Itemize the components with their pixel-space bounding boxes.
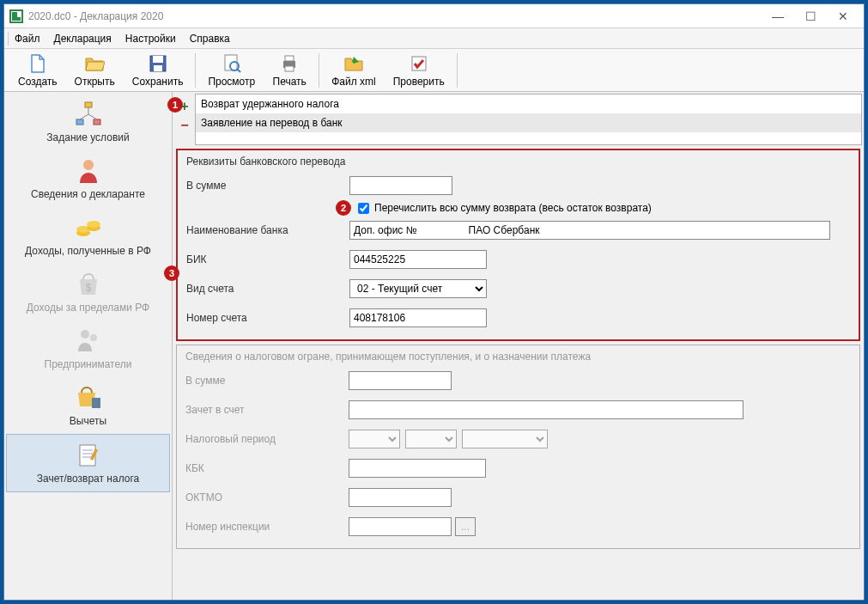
- svg-rect-8: [285, 56, 294, 61]
- sidebar-label: Вычеты: [70, 415, 106, 427]
- svg-point-23: [81, 330, 89, 339]
- full-refund-checkbox[interactable]: [358, 203, 369, 214]
- toolbar-new[interactable]: Создать: [9, 52, 66, 89]
- menu-file[interactable]: Файл: [8, 30, 47, 47]
- sum-label: В сумме: [186, 180, 349, 192]
- sidebar-item-entrepreneurs: Предприниматели: [6, 320, 170, 377]
- title-bar: 2020.dc0 - Декларация 2020 — ☐ ✕: [4, 4, 864, 28]
- toolbar-preview-label: Просмотр: [208, 76, 255, 88]
- remove-button[interactable]: −: [177, 118, 192, 133]
- sum-input[interactable]: [349, 176, 452, 195]
- kbk-input: [349, 459, 486, 478]
- toolbar-print-label: Печать: [273, 76, 307, 88]
- toolbar-check-label: Проверить: [393, 76, 445, 88]
- file-new-icon: [27, 53, 48, 74]
- svg-point-17: [83, 160, 94, 170]
- svg-line-6: [237, 69, 240, 72]
- toolbar-open-label: Открыть: [75, 76, 115, 88]
- svg-rect-25: [92, 398, 100, 408]
- toolbar-preview[interactable]: Просмотр: [199, 52, 264, 89]
- acct-num-input[interactable]: [349, 308, 487, 327]
- svg-rect-9: [285, 66, 294, 71]
- sidebar-label: Предприниматели: [45, 358, 132, 370]
- period-label: Налоговый период: [185, 433, 349, 445]
- coins-icon: [75, 214, 102, 241]
- acct-type-select[interactable]: 02 - Текущий счет: [349, 279, 487, 298]
- svg-rect-11: [85, 102, 92, 107]
- deductions-icon: [75, 384, 102, 412]
- toolbar-separator: [319, 53, 319, 88]
- sidebar-label: Зачет/возврат налога: [37, 473, 139, 485]
- window-title: 2020.dc0 - Декларация 2020: [28, 10, 762, 22]
- toolbar-xml[interactable]: Файл xml: [323, 52, 385, 89]
- check-icon: [409, 53, 429, 74]
- sidebar-item-deductions[interactable]: Вычеты: [6, 377, 170, 434]
- svg-rect-12: [76, 119, 83, 125]
- tax-authority-title: Сведения о налоговом огране, принимающем…: [185, 351, 851, 363]
- toolbar: Создать Открыть Сохранить Просмотр Печат…: [4, 49, 864, 92]
- bank-details-fieldset: Реквизиты банковского перевода В сумме 2…: [176, 149, 860, 341]
- svg-rect-3: [154, 65, 162, 71]
- menu-help[interactable]: Справка: [183, 30, 237, 47]
- toolbar-separator: [195, 53, 196, 88]
- maximize-button[interactable]: ☐: [795, 6, 826, 27]
- conditions-icon: [75, 101, 102, 128]
- bik-label: БИК: [186, 253, 349, 265]
- credit-label: Зачет в счет: [185, 404, 349, 416]
- menu-bar: Файл Декларация Настройки Справка: [4, 28, 864, 49]
- list-row[interactable]: Возврат удержанного налога: [196, 95, 861, 113]
- svg-line-16: [88, 114, 97, 119]
- refund-list[interactable]: Возврат удержанного налога Заявление на …: [195, 94, 862, 145]
- full-refund-label: Перечислить всю сумму возврата (весь ост…: [374, 202, 652, 214]
- refund-icon: [75, 442, 102, 469]
- svg-line-15: [80, 114, 88, 119]
- minimize-button[interactable]: —: [762, 6, 793, 27]
- marker-2: 2: [336, 200, 351, 216]
- credit-input: [349, 400, 744, 419]
- toolbar-save-label: Сохранить: [132, 76, 184, 88]
- sidebar: Задание условий Сведения о декларанте До…: [4, 92, 173, 600]
- toolbar-check[interactable]: Проверить: [385, 52, 453, 89]
- sidebar-item-conditions[interactable]: Задание условий: [6, 94, 170, 150]
- folder-open-icon: [84, 53, 105, 74]
- toolbar-print[interactable]: Печать: [264, 52, 315, 89]
- sidebar-item-income-rf[interactable]: Доходы, полученные в РФ: [6, 207, 170, 264]
- svg-rect-2: [153, 56, 163, 63]
- insp-input: [349, 517, 452, 536]
- sidebar-label: Задание условий: [46, 131, 129, 143]
- bik-input[interactable]: [349, 250, 487, 269]
- sidebar-item-refund[interactable]: Зачет/возврат налога: [6, 434, 170, 492]
- tax-sum-input: [349, 371, 452, 390]
- toolbar-xml-label: Файл xml: [331, 76, 376, 88]
- toolbar-separator: [457, 53, 458, 88]
- bank-details-title: Реквизиты банковского перевода: [186, 156, 850, 168]
- main-content: 1 + − Возврат удержанного налога Заявлен…: [173, 92, 864, 600]
- close-button[interactable]: ✕: [828, 6, 859, 27]
- acct-num-label: Номер счета: [186, 312, 349, 324]
- toolbar-new-label: Создать: [18, 76, 58, 88]
- sidebar-label: Сведения о декларанте: [31, 188, 145, 200]
- sidebar-label: Доходы, полученные в РФ: [25, 245, 151, 257]
- period-select-3: [462, 430, 548, 448]
- bank-name-input[interactable]: [349, 221, 830, 240]
- preview-icon: [222, 53, 242, 74]
- sidebar-item-declarant[interactable]: Сведения о декларанте: [6, 150, 170, 207]
- insp-browse-button: ...: [455, 517, 476, 536]
- menu-declaration[interactable]: Декларация: [47, 30, 118, 47]
- toolbar-open[interactable]: Открыть: [66, 52, 124, 89]
- list-row[interactable]: Заявление на перевод в банк: [196, 113, 861, 132]
- oktmo-label: ОКТМО: [185, 491, 349, 503]
- marker-3: 3: [164, 265, 179, 281]
- kbk-label: КБК: [185, 462, 349, 474]
- marker-1: 1: [167, 97, 183, 113]
- tax-sum-label: В сумме: [185, 375, 349, 387]
- period-select-2: [405, 430, 457, 448]
- menu-settings[interactable]: Настройки: [118, 30, 183, 47]
- oktmo-input: [349, 488, 452, 507]
- person-icon: [75, 157, 102, 185]
- sidebar-item-income-abroad: $ Доходы за пределами РФ: [6, 264, 170, 320]
- tax-authority-fieldset: Сведения о налоговом огране, принимающем…: [176, 345, 860, 549]
- toolbar-save[interactable]: Сохранить: [124, 52, 192, 89]
- business-icon: [75, 327, 102, 355]
- svg-text:$: $: [85, 282, 91, 294]
